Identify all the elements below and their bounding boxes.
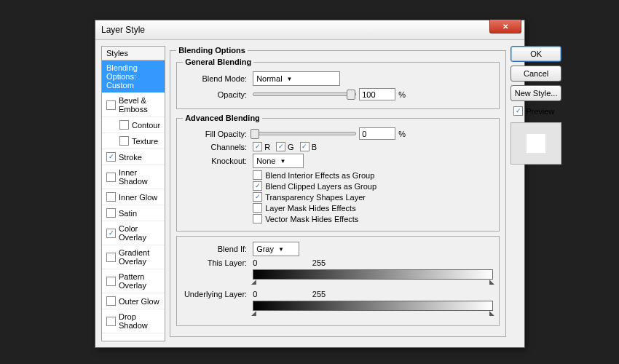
style-item[interactable]: Contour — [102, 117, 165, 133]
option-label: Layer Mask Hides Effects — [265, 204, 356, 213]
style-checkbox[interactable] — [106, 208, 116, 218]
style-item[interactable]: Satin — [102, 205, 165, 221]
styles-list: Styles Blending Options: CustomBevel & E… — [101, 46, 165, 341]
preview-swatch — [510, 122, 561, 165]
style-item[interactable]: Texture — [102, 133, 165, 149]
ok-button[interactable]: OK — [510, 46, 561, 62]
option-checkbox[interactable] — [253, 192, 262, 202]
style-item-label: Color Overlay — [119, 224, 160, 242]
action-column: OK Cancel New Style... Preview — [510, 46, 561, 341]
channel-checkbox[interactable] — [276, 142, 285, 151]
style-item[interactable]: Drop Shadow — [102, 309, 165, 333]
opacity-unit: % — [398, 90, 406, 99]
blend-mode-label: Blend Mode: — [183, 74, 250, 83]
style-checkbox[interactable] — [106, 253, 116, 262]
preview-label: Preview — [526, 107, 554, 116]
channel-checkbox[interactable] — [300, 142, 310, 151]
style-item[interactable]: Pattern Overlay — [102, 269, 165, 293]
general-blending-group: General Blending Blend Mode: Normal ▼ Op… — [176, 58, 500, 109]
styles-header: Styles — [102, 47, 165, 60]
option-label: Blend Clipped Layers as Group — [265, 182, 376, 191]
opacity-slider[interactable] — [253, 92, 356, 96]
fill-opacity-label: Fill Opacity: — [183, 130, 250, 138]
style-item[interactable]: Inner Shadow — [102, 165, 165, 189]
underlying-layer-gradient[interactable]: ◢◣ — [253, 301, 493, 311]
advanced-blending-group: Advanced Blending Fill Opacity: 0 % Chan… — [176, 114, 500, 232]
preview-checkbox[interactable] — [513, 106, 523, 116]
blend-mode-dropdown[interactable]: Normal ▼ — [253, 71, 340, 86]
blend-if-group: Blend If: Gray ▼ This Layer: 0255 ◢◣ Und… — [176, 236, 500, 326]
style-item-label: Inner Shadow — [119, 168, 160, 186]
this-layer-label: This Layer: — [183, 258, 250, 267]
opacity-input[interactable]: 100 — [359, 88, 395, 100]
style-item[interactable]: Blending Options: Custom — [102, 60, 165, 93]
style-item[interactable]: Gradient Overlay — [102, 245, 165, 269]
channels-label: Channels: — [183, 143, 250, 151]
style-item-label: Texture — [132, 137, 158, 146]
close-icon: ✕ — [502, 23, 508, 31]
style-checkbox[interactable] — [106, 100, 116, 110]
titlebar: Layer Style ✕ — [95, 20, 524, 40]
style-checkbox[interactable] — [119, 120, 129, 130]
underlying-layer-label: Underlying Layer: — [183, 290, 250, 298]
style-checkbox[interactable] — [106, 317, 116, 326]
channel-label: B — [312, 143, 317, 151]
option-checkbox[interactable] — [253, 203, 262, 213]
channel-label: R — [264, 143, 270, 151]
knockout-dropdown[interactable]: None ▼ — [253, 154, 304, 168]
style-checkbox[interactable] — [106, 296, 116, 306]
style-item-label: Satin — [119, 209, 137, 218]
option-checkbox[interactable] — [253, 170, 262, 180]
style-checkbox[interactable] — [106, 192, 116, 202]
cancel-button[interactable]: Cancel — [510, 66, 561, 82]
blend-if-dropdown[interactable]: Gray ▼ — [253, 242, 299, 256]
option-checkbox[interactable] — [253, 214, 262, 223]
style-item[interactable]: Color Overlay — [102, 221, 165, 245]
option-label: Vector Mask Hides Effects — [265, 215, 358, 223]
option-label: Transparency Shapes Layer — [265, 193, 366, 202]
style-checkbox[interactable] — [106, 229, 116, 238]
opacity-label: Opacity: — [183, 90, 250, 99]
fill-opacity-slider[interactable] — [253, 132, 356, 135]
style-item[interactable]: Outer Glow — [102, 293, 165, 309]
blend-if-label: Blend If: — [183, 245, 250, 253]
style-item-label: Gradient Overlay — [119, 248, 160, 266]
chevron-down-icon: ▼ — [287, 76, 293, 82]
close-button[interactable]: ✕ — [489, 20, 521, 33]
style-checkbox[interactable] — [106, 152, 116, 162]
general-blending-legend: General Blending — [183, 58, 253, 66]
fill-opacity-unit: % — [398, 130, 406, 138]
channel-checkbox[interactable] — [253, 142, 262, 151]
this-layer-gradient[interactable]: ◢◣ — [253, 269, 493, 280]
chevron-down-icon: ▼ — [278, 246, 284, 253]
blending-options-panel: Blending Options General Blending Blend … — [170, 46, 506, 341]
style-item-label: Bevel & Emboss — [119, 96, 160, 114]
chevron-down-icon: ▼ — [280, 158, 285, 165]
option-checkbox[interactable] — [253, 181, 262, 191]
fill-opacity-input[interactable]: 0 — [359, 127, 395, 140]
style-item-label: Contour — [132, 121, 160, 130]
style-item-label: Pattern Overlay — [119, 272, 160, 290]
channel-label: G — [288, 143, 294, 151]
style-item[interactable]: Inner Glow — [102, 189, 165, 205]
style-item-label: Stroke — [119, 153, 142, 162]
knockout-label: Knockout: — [183, 157, 250, 165]
blending-options-legend: Blending Options — [176, 46, 248, 55]
style-item-label: Outer Glow — [119, 297, 159, 306]
style-checkbox[interactable] — [119, 136, 129, 146]
blending-options-group: Blending Options General Blending Blend … — [170, 46, 506, 337]
option-label: Blend Interior Effects as Group — [265, 171, 374, 180]
new-style-button[interactable]: New Style... — [510, 85, 561, 101]
window-title: Layer Style — [101, 25, 145, 35]
style-item[interactable]: Stroke — [102, 149, 165, 165]
layer-style-dialog: Layer Style ✕ Styles Blending Options: C… — [95, 20, 525, 348]
style-item-label: Blending Options: Custom — [106, 63, 160, 90]
style-item[interactable]: Bevel & Emboss — [102, 93, 165, 117]
style-checkbox[interactable] — [106, 277, 116, 286]
style-item-label: Inner Glow — [119, 193, 157, 202]
advanced-blending-legend: Advanced Blending — [183, 114, 262, 122]
style-checkbox[interactable] — [106, 173, 116, 182]
style-item-label: Drop Shadow — [119, 312, 160, 330]
